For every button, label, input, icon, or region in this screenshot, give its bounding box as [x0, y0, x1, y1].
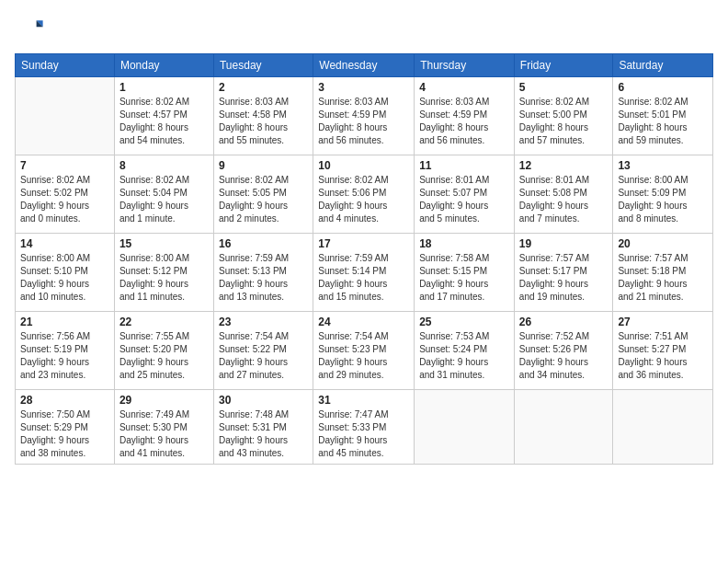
calendar-cell: 17Sunrise: 7:59 AMSunset: 5:14 PMDayligh… [313, 234, 415, 312]
day-number: 10 [318, 159, 409, 172]
day-number: 13 [618, 159, 708, 172]
calendar-cell: 1Sunrise: 8:02 AMSunset: 4:57 PMDaylight… [114, 77, 213, 155]
day-info: Sunrise: 8:02 AMSunset: 4:57 PMDaylight:… [119, 96, 209, 147]
day-number: 15 [119, 237, 209, 250]
day-number: 16 [219, 237, 308, 250]
day-info: Sunrise: 7:55 AMSunset: 5:20 PMDaylight:… [119, 330, 209, 382]
day-number: 17 [318, 237, 409, 250]
day-info: Sunrise: 7:50 AMSunset: 5:29 PMDaylight:… [20, 408, 109, 460]
day-info: Sunrise: 7:51 AMSunset: 5:27 PMDaylight:… [618, 330, 708, 382]
calendar-cell: 7Sunrise: 8:02 AMSunset: 5:02 PMDaylight… [16, 155, 115, 234]
calendar-cell: 19Sunrise: 7:57 AMSunset: 5:17 PMDayligh… [514, 234, 613, 312]
day-number: 12 [519, 159, 609, 172]
day-info: Sunrise: 7:53 AMSunset: 5:24 PMDaylight:… [419, 330, 509, 382]
calendar-cell: 13Sunrise: 8:00 AMSunset: 5:09 PMDayligh… [613, 155, 713, 234]
day-number: 31 [318, 394, 409, 407]
calendar-cell: 28Sunrise: 7:50 AMSunset: 5:29 PMDayligh… [16, 390, 115, 465]
day-info: Sunrise: 8:03 AMSunset: 4:59 PMDaylight:… [419, 96, 509, 147]
calendar-cell: 15Sunrise: 8:00 AMSunset: 5:12 PMDayligh… [114, 234, 213, 312]
day-number: 30 [219, 394, 308, 407]
calendar-week-row: 7Sunrise: 8:02 AMSunset: 5:02 PMDaylight… [16, 155, 713, 234]
day-number: 20 [618, 237, 708, 250]
calendar-cell: 9Sunrise: 8:02 AMSunset: 5:05 PMDaylight… [213, 155, 313, 234]
calendar-cell: 10Sunrise: 8:02 AMSunset: 5:06 PMDayligh… [313, 155, 415, 234]
day-info: Sunrise: 8:01 AMSunset: 5:08 PMDaylight:… [519, 174, 609, 225]
calendar-cell [514, 390, 613, 465]
col-header-friday: Friday [514, 54, 613, 77]
calendar-cell: 21Sunrise: 7:56 AMSunset: 5:19 PMDayligh… [16, 312, 115, 390]
day-info: Sunrise: 8:00 AMSunset: 5:09 PMDaylight:… [618, 174, 708, 225]
day-number: 5 [519, 81, 609, 94]
day-number: 29 [119, 394, 209, 407]
calendar-cell: 4Sunrise: 8:03 AMSunset: 4:59 PMDaylight… [415, 77, 515, 155]
day-number: 4 [419, 81, 509, 94]
day-info: Sunrise: 7:56 AMSunset: 5:19 PMDaylight:… [20, 330, 109, 382]
page: SundayMondayTuesdayWednesdayThursdayFrid… [0, 0, 728, 563]
col-header-wednesday: Wednesday [313, 54, 415, 77]
day-number: 8 [119, 159, 209, 172]
logo [15, 15, 44, 44]
calendar-week-row: 14Sunrise: 8:00 AMSunset: 5:10 PMDayligh… [16, 234, 713, 312]
day-number: 3 [318, 81, 409, 94]
calendar-week-row: 21Sunrise: 7:56 AMSunset: 5:19 PMDayligh… [16, 312, 713, 390]
calendar-cell: 2Sunrise: 8:03 AMSunset: 4:58 PMDaylight… [213, 77, 313, 155]
calendar-week-row: 28Sunrise: 7:50 AMSunset: 5:29 PMDayligh… [16, 390, 713, 465]
col-header-saturday: Saturday [613, 54, 713, 77]
day-info: Sunrise: 7:54 AMSunset: 5:23 PMDaylight:… [318, 330, 409, 382]
day-info: Sunrise: 8:02 AMSunset: 5:01 PMDaylight:… [618, 96, 708, 147]
day-number: 9 [219, 159, 308, 172]
day-info: Sunrise: 7:57 AMSunset: 5:17 PMDaylight:… [519, 252, 609, 304]
day-number: 6 [618, 81, 708, 94]
calendar-cell: 23Sunrise: 7:54 AMSunset: 5:22 PMDayligh… [213, 312, 313, 390]
day-info: Sunrise: 8:00 AMSunset: 5:10 PMDaylight:… [20, 252, 109, 304]
day-info: Sunrise: 7:48 AMSunset: 5:31 PMDaylight:… [219, 408, 308, 460]
header [15, 15, 713, 44]
calendar-cell: 18Sunrise: 7:58 AMSunset: 5:15 PMDayligh… [415, 234, 515, 312]
day-info: Sunrise: 7:57 AMSunset: 5:18 PMDaylight:… [618, 252, 708, 304]
col-header-thursday: Thursday [415, 54, 515, 77]
day-number: 26 [519, 316, 609, 328]
day-info: Sunrise: 8:02 AMSunset: 5:00 PMDaylight:… [519, 96, 609, 147]
logo-icon [18, 15, 44, 40]
day-number: 18 [419, 237, 509, 250]
calendar-cell: 27Sunrise: 7:51 AMSunset: 5:27 PMDayligh… [613, 312, 713, 390]
day-info: Sunrise: 7:59 AMSunset: 5:14 PMDaylight:… [318, 252, 409, 304]
day-info: Sunrise: 7:58 AMSunset: 5:15 PMDaylight:… [419, 252, 509, 304]
calendar-cell: 31Sunrise: 7:47 AMSunset: 5:33 PMDayligh… [313, 390, 415, 465]
calendar-cell [415, 390, 515, 465]
day-info: Sunrise: 7:47 AMSunset: 5:33 PMDaylight:… [318, 408, 409, 460]
calendar-cell: 5Sunrise: 8:02 AMSunset: 5:00 PMDaylight… [514, 77, 613, 155]
calendar-cell: 29Sunrise: 7:49 AMSunset: 5:30 PMDayligh… [114, 390, 213, 465]
calendar-cell: 6Sunrise: 8:02 AMSunset: 5:01 PMDaylight… [613, 77, 713, 155]
calendar-cell: 16Sunrise: 7:59 AMSunset: 5:13 PMDayligh… [213, 234, 313, 312]
day-number: 7 [20, 159, 109, 172]
day-info: Sunrise: 7:52 AMSunset: 5:26 PMDaylight:… [519, 330, 609, 382]
day-number: 19 [519, 237, 609, 250]
day-info: Sunrise: 8:03 AMSunset: 4:58 PMDaylight:… [219, 96, 308, 147]
col-header-tuesday: Tuesday [213, 54, 313, 77]
day-info: Sunrise: 8:01 AMSunset: 5:07 PMDaylight:… [419, 174, 509, 225]
col-header-monday: Monday [114, 54, 213, 77]
calendar-cell: 3Sunrise: 8:03 AMSunset: 4:59 PMDaylight… [313, 77, 415, 155]
day-info: Sunrise: 8:03 AMSunset: 4:59 PMDaylight:… [318, 96, 409, 147]
day-number: 27 [618, 316, 708, 328]
col-header-sunday: Sunday [16, 54, 115, 77]
calendar-cell: 24Sunrise: 7:54 AMSunset: 5:23 PMDayligh… [313, 312, 415, 390]
day-number: 21 [20, 316, 109, 328]
calendar-table: SundayMondayTuesdayWednesdayThursdayFrid… [15, 53, 713, 465]
day-info: Sunrise: 8:02 AMSunset: 5:04 PMDaylight:… [119, 174, 209, 225]
day-info: Sunrise: 8:02 AMSunset: 5:06 PMDaylight:… [318, 174, 409, 225]
day-number: 22 [119, 316, 209, 328]
day-info: Sunrise: 8:02 AMSunset: 5:05 PMDaylight:… [219, 174, 308, 225]
day-number: 23 [219, 316, 308, 328]
day-number: 24 [318, 316, 409, 328]
day-number: 1 [119, 81, 209, 94]
calendar-cell: 12Sunrise: 8:01 AMSunset: 5:08 PMDayligh… [514, 155, 613, 234]
day-number: 28 [20, 394, 109, 407]
day-number: 11 [419, 159, 509, 172]
calendar-cell: 14Sunrise: 8:00 AMSunset: 5:10 PMDayligh… [16, 234, 115, 312]
calendar-cell: 30Sunrise: 7:48 AMSunset: 5:31 PMDayligh… [213, 390, 313, 465]
day-number: 14 [20, 237, 109, 250]
calendar-cell: 20Sunrise: 7:57 AMSunset: 5:18 PMDayligh… [613, 234, 713, 312]
day-number: 2 [219, 81, 308, 94]
